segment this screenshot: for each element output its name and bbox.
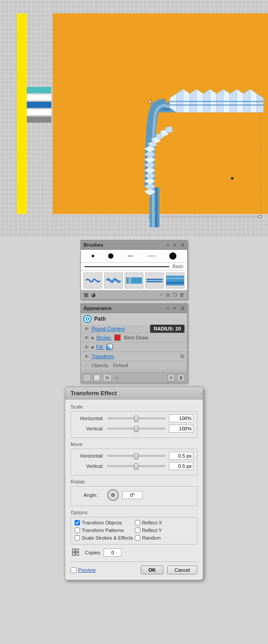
brushes-collapse-btn[interactable]: « — [167, 243, 169, 248]
stroke-brush-name: Bent Straw — [124, 335, 148, 340]
preview-checkbox[interactable] — [71, 567, 76, 573]
radius-tooltip: RADIUS: 20 — [150, 325, 184, 333]
brushes-bottom-toolbar: ▦ ◕ ✕ ⧉ ❐ 🗑 — [81, 290, 187, 299]
transform-link[interactable]: Transform — [92, 354, 114, 359]
appearance-bottom-toolbar: □ ⬜ fx ⊘ ⧉ 🗑 — [81, 372, 187, 383]
appearance-menu-btn[interactable]: ≡ — [181, 305, 184, 312]
brushes-panel-controls: « ✕ ≡ — [167, 241, 184, 248]
appearance-panel-controls: « ✕ ≡ — [167, 305, 184, 312]
brushes-close-btn[interactable]: ✕ — [173, 243, 176, 248]
angle-dial[interactable] — [107, 489, 119, 501]
brushes-title: Brushes — [84, 242, 103, 248]
scale-strokes-row: Scale Strokes & Effects — [75, 535, 133, 541]
canvas-blue-stripes — [27, 87, 51, 123]
stroke-arrow[interactable]: ▶ — [92, 336, 94, 340]
move-v-slider[interactable] — [107, 465, 165, 467]
transform-patterns-label: Transform Patterns — [82, 528, 124, 533]
brush-copy-icon[interactable]: ⧉ — [166, 292, 170, 298]
options-section: Options Transform Objects Reflect X Tran… — [71, 510, 197, 545]
fx-label: fx — [180, 353, 184, 359]
scale-h-thumb[interactable] — [134, 416, 138, 422]
appearance-collapse-btn[interactable]: « — [167, 306, 169, 311]
brush-preview-3[interactable] — [125, 272, 143, 289]
brushes-menu-btn[interactable]: ≡ — [181, 241, 184, 248]
brush-dot-large[interactable] — [169, 252, 176, 260]
transform-objects-label: Transform Objects — [82, 520, 122, 525]
clear-btn[interactable]: ⊘ — [114, 375, 119, 381]
brush-camera-icon[interactable]: ◕ — [91, 292, 96, 298]
transform-patterns-checkbox[interactable] — [75, 528, 80, 533]
preview-checkbox-row: Preview — [71, 567, 96, 573]
stroke-swatch[interactable] — [114, 334, 121, 341]
brush-line — [84, 266, 169, 267]
basic-label: Basic — [173, 264, 184, 269]
dup-item-icon[interactable]: ⧉ — [168, 374, 175, 381]
brush-dot-tiny[interactable] — [92, 255, 94, 257]
fx-btn[interactable]: fx — [103, 374, 112, 381]
copies-input[interactable] — [104, 549, 121, 557]
brush-duplicate-icon[interactable]: ❐ — [172, 292, 177, 298]
move-h-thumb[interactable] — [134, 453, 138, 459]
random-checkbox[interactable] — [135, 535, 140, 541]
move-h-label: Horizontal: — [75, 453, 104, 458]
brush-trash-icon[interactable]: 🗑 — [180, 292, 184, 297]
scale-v-label: Vertical: — [75, 426, 104, 431]
opacity-label: Opacity: Default — [92, 363, 128, 368]
scale-v-input[interactable] — [169, 425, 193, 433]
move-h-input[interactable] — [169, 452, 193, 460]
scale-h-input[interactable] — [169, 414, 193, 422]
new-fill-icon[interactable]: □ — [84, 374, 91, 381]
angle-input[interactable] — [122, 491, 142, 499]
brush-preview-4[interactable] — [145, 272, 164, 289]
cancel-button[interactable]: Cancel — [167, 566, 197, 574]
reflect-x-checkbox[interactable] — [135, 520, 140, 525]
appearance-title: Appearance — [84, 305, 112, 311]
transform-patterns-row: Transform Patterns — [75, 528, 133, 533]
stripe-gray — [27, 116, 51, 123]
random-label: Random — [142, 535, 161, 541]
eye-icon-3[interactable]: 👁 — [84, 345, 90, 350]
new-stroke-icon[interactable]: ⬜ — [93, 374, 100, 381]
move-v-input[interactable] — [169, 462, 193, 470]
scale-v-thumb[interactable] — [134, 426, 138, 432]
brush-lib-icon[interactable]: ▦ — [84, 292, 88, 298]
brush-dash-lg[interactable] — [147, 256, 155, 256]
brush-x-icon[interactable]: ✕ — [159, 292, 163, 298]
eye-icon-4[interactable]: 👁 — [84, 354, 90, 359]
fill-link[interactable]: Fill: — [96, 344, 104, 350]
brush-dot-medium[interactable] — [108, 253, 113, 259]
fill-arrow[interactable]: ▶ — [92, 345, 94, 349]
brush-dash-sm[interactable] — [128, 256, 133, 256]
options-grid: Transform Objects Reflect X Transform Pa… — [75, 520, 193, 541]
del-item-icon[interactable]: 🗑 — [177, 374, 184, 381]
fill-swatch[interactable] — [106, 344, 113, 350]
move-v-thumb[interactable] — [134, 463, 138, 470]
eye-icon-1[interactable]: 👁 — [84, 326, 90, 331]
path-label: Path — [94, 316, 106, 322]
stroke-link[interactable]: Stroke: — [96, 335, 112, 340]
brush-preview-5[interactable] — [166, 272, 184, 289]
move-h-slider[interactable] — [107, 455, 165, 457]
scale-strokes-checkbox[interactable] — [75, 535, 80, 541]
move-v-label: Vertical: — [75, 463, 104, 469]
scale-h-slider[interactable] — [107, 417, 165, 419]
round-corners-link[interactable]: Round Corners — [92, 326, 125, 331]
brush-preview-2[interactable] — [104, 272, 123, 289]
rotate-legend: Rotate — [71, 479, 197, 484]
canvas-yellow-bar — [17, 13, 27, 214]
move-fieldset: Horizontal: Vertical: — [71, 449, 197, 475]
svg-rect-7 — [170, 104, 264, 106]
stripe-teal — [27, 87, 51, 93]
preview-label: Preview — [78, 567, 96, 573]
scale-v-slider[interactable] — [107, 428, 165, 429]
eye-icon-5[interactable]: 👁 — [84, 363, 90, 368]
stripe-white-1 — [27, 95, 51, 101]
brush-preview-1[interactable] — [84, 272, 102, 289]
eye-icon-2[interactable]: 👁 — [84, 335, 90, 340]
transform-objects-checkbox[interactable] — [75, 520, 80, 525]
appearance-close-btn[interactable]: ✕ — [173, 306, 176, 311]
reflect-y-checkbox[interactable] — [135, 528, 140, 533]
angle-dial-inner — [111, 493, 115, 497]
brushes-preview-row[interactable] — [81, 271, 187, 290]
ok-button[interactable]: OK — [141, 566, 163, 574]
